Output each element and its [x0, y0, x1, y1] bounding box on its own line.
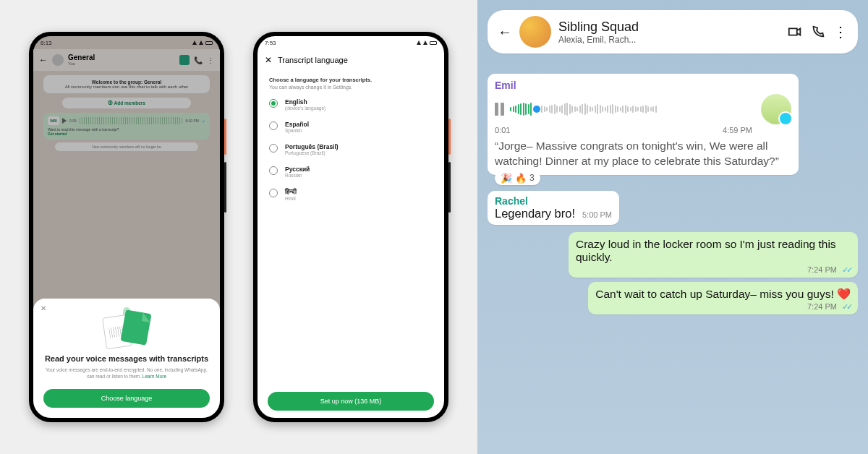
pause-icon[interactable] [495, 103, 504, 116]
voice-transcript: “Jorge– Massive congrats on tonight's wi… [495, 139, 791, 169]
language-sub: Russian [285, 173, 310, 178]
more-icon[interactable]: ⋮ [833, 23, 848, 40]
language-option[interactable]: Español Spanish [269, 121, 433, 133]
sender-name: Emil [495, 80, 791, 91]
promo-left-pane: 8:13 ← General You 📞 ⋮ Welcome to the gr… [0, 0, 477, 454]
status-time: 7:53 [265, 40, 276, 46]
language-name: English [285, 98, 326, 106]
group-avatar[interactable] [519, 16, 551, 48]
reaction-emoji: 🔥 [515, 173, 527, 184]
video-call-icon[interactable] [787, 24, 803, 40]
read-receipt-icon: ✓✓ [842, 265, 851, 274]
transcript-illustration [101, 310, 152, 350]
learn-more-link[interactable]: Learn More [142, 374, 166, 379]
language-list: English (device's language) Español Span… [269, 98, 433, 201]
reaction-emoji: 🎉 [501, 173, 512, 184]
phone-mockup-2: 7:53 ✕ Transcript language Choose a lang… [253, 32, 448, 422]
transcript-intro-sheet: ✕ Read your voice messages with transcri… [33, 299, 220, 418]
chat-screen: ← Sibling Squad Alexia, Emil, Rach... ⋮ … [477, 0, 868, 454]
page-title: Transcript language [278, 56, 348, 64]
back-icon[interactable]: ← [498, 24, 512, 40]
language-option[interactable]: Português (Brasil) Portuguese (Brazil) [269, 143, 433, 155]
header-title-block[interactable]: Sibling Squad Alexia, Emil, Rach... [558, 20, 780, 45]
phone-mockup-1: 8:13 ← General You 📞 ⋮ Welcome to the gr… [29, 32, 224, 422]
read-receipt-icon: ✓✓ [842, 302, 851, 311]
sheet-title: Read your voice messages with transcript… [43, 354, 210, 364]
radio-icon[interactable] [269, 166, 278, 175]
message-text: Legendary bro! [495, 207, 575, 220]
message-timestamp: 7:24 PM [807, 265, 837, 274]
group-members: Alexia, Emil, Rach... [558, 35, 780, 45]
message-text: Can't wait to catch up Saturday– miss yo… [595, 288, 851, 301]
sender-name: Rachel [495, 195, 612, 207]
reaction-pill[interactable]: 🎉 🔥 3 [495, 171, 540, 185]
message-timestamp: 7:24 PM [807, 302, 837, 311]
voice-call-icon[interactable] [810, 24, 826, 40]
message-outgoing-1[interactable]: Crazy loud in the locker room so I'm jus… [569, 232, 858, 278]
radio-selected-icon[interactable] [269, 99, 278, 108]
language-sub: Portuguese (Brazil) [285, 150, 339, 155]
choose-language-button[interactable]: Choose language [43, 389, 210, 408]
sheet-body: Your voice messages are end-to-end encry… [43, 367, 210, 380]
message-outgoing-2[interactable]: Can't wait to catch up Saturday– miss yo… [588, 282, 858, 314]
language-option[interactable]: Русский Russian [269, 166, 433, 178]
radio-icon[interactable] [269, 189, 278, 197]
radio-icon[interactable] [269, 121, 278, 130]
message-timestamp: 4:59 PM [723, 126, 752, 134]
close-icon[interactable]: ✕ [41, 304, 46, 312]
settings-appbar: ✕ Transcript language [258, 49, 444, 71]
message-text: Crazy loud in the locker room so I'm jus… [576, 238, 851, 264]
hint-primary: Choose a language for your transcripts. [269, 77, 433, 83]
language-sub: Spanish [285, 128, 309, 133]
reaction-count: 3 [529, 173, 535, 183]
language-option[interactable]: हिन्दी Hindi [269, 188, 433, 201]
message-list: Emil 0:01 4:59 PM “Jorge– Massive congra… [488, 74, 858, 314]
language-name: Português (Brasil) [285, 143, 339, 150]
language-name: Español [285, 121, 309, 128]
message-timestamp: 5:00 PM [582, 210, 612, 219]
message-rachel[interactable]: Rachel Legendary bro! 5:00 PM [488, 191, 619, 225]
language-sub: Hindi [285, 196, 297, 201]
setup-now-button[interactable]: Set up now (136 MB) [268, 392, 434, 411]
close-icon[interactable]: ✕ [265, 55, 272, 65]
language-option[interactable]: English (device's language) [269, 98, 433, 111]
status-bar: 7:53 [258, 36, 444, 49]
language-name: हिन्दी [285, 188, 297, 196]
language-sub: (device's language) [285, 106, 326, 111]
sender-avatar[interactable] [761, 94, 791, 124]
group-name: Sibling Squad [558, 20, 780, 35]
radio-icon[interactable] [269, 144, 278, 153]
playback-position: 0:01 [495, 126, 510, 134]
language-name: Русский [285, 166, 310, 173]
hint-secondary: You can always change it in Settings. [269, 85, 433, 90]
chat-header: ← Sibling Squad Alexia, Emil, Rach... ⋮ [488, 10, 858, 53]
waveform[interactable] [510, 100, 755, 118]
message-emil-voice[interactable]: Emil 0:01 4:59 PM “Jorge– Massive congra… [488, 74, 799, 175]
